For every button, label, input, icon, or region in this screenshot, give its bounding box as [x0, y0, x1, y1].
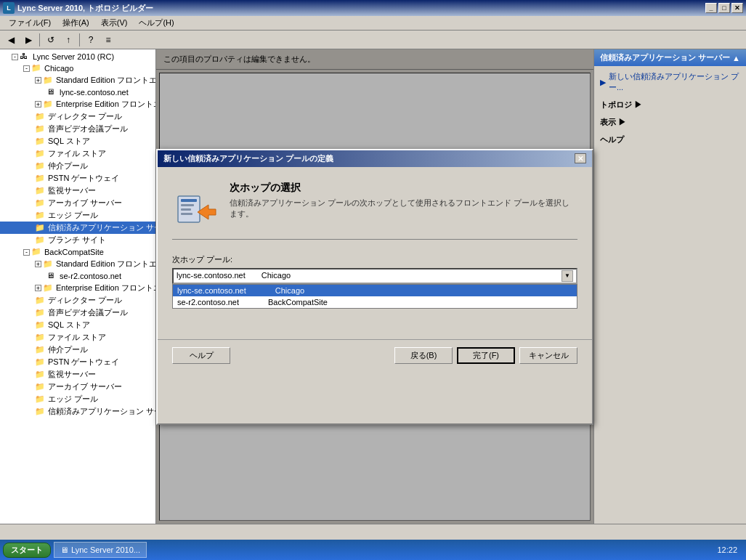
forward-button[interactable]: ▶: [20, 32, 36, 48]
tree-bc-av[interactable]: 📁 音声ビデオ会議プール: [0, 307, 155, 319]
dropdown-container: lync-se.contoso.net Chicago ▼ lync-se.co…: [172, 268, 577, 309]
up-button[interactable]: ↑: [60, 32, 76, 48]
tree-mediation[interactable]: 📁 仲介プール: [0, 160, 155, 172]
expand-bc-ee[interactable]: +: [35, 285, 41, 291]
bc-director-icon: 📁: [35, 296, 46, 306]
svg-rect-1: [181, 199, 197, 202]
menu-view[interactable]: 表示(V): [95, 16, 134, 30]
expand-backcompat[interactable]: -: [23, 249, 30, 256]
tree-av[interactable]: 📁 音声ビデオ会議プール: [0, 123, 155, 135]
action-group-help[interactable]: ヘルプ: [600, 130, 740, 147]
expand-bc-se[interactable]: +: [35, 261, 41, 267]
trusted-icon: 📁: [35, 223, 46, 233]
option-server-0: lync-se.contoso.net: [177, 286, 246, 295]
action-new-trusted[interactable]: ▶ 新しい信頼済みアプリケーション プー...: [600, 69, 740, 95]
tree-bc-se[interactable]: + 📁 Standard Edition フロントエン...: [0, 258, 155, 270]
dropdown-option-0[interactable]: lync-se.contoso.net Chicago: [173, 285, 577, 296]
right-panel: この項目のプロパティは編集できません。 新しい信頼済みアプリケーション プールの…: [156, 49, 593, 524]
finish-button[interactable]: 完了(F): [457, 347, 515, 364]
tree-file[interactable]: 📁 ファイル ストア: [0, 147, 155, 160]
actions-header: 信頼済みアプリケーション サーバー ▲: [594, 49, 746, 66]
tree-bc-edge[interactable]: 📁 エッジ プール: [0, 393, 155, 405]
tree-archive[interactable]: 📁 アーカイブ サーバー: [0, 197, 155, 209]
back-button[interactable]: ◀: [3, 32, 19, 48]
sidebar: - 🖧 Lync Server 2010 (RC) - 📁 Chicago +: [0, 49, 156, 524]
expand-root[interactable]: -: [12, 54, 18, 60]
tree-trusted-app[interactable]: 📁 信頼済みアプリケーション サー...: [0, 222, 155, 234]
menu-file[interactable]: ファイル(F): [3, 16, 57, 30]
nav-buttons: 戻る(B) 完了(F) キャンセル: [394, 347, 577, 364]
close-button[interactable]: ✕: [731, 3, 743, 13]
monitor-label: 監視サーバー: [48, 185, 96, 196]
expand-se-fe[interactable]: +: [35, 77, 41, 84]
start-button[interactable]: スタート: [3, 543, 51, 558]
tree-bc-director[interactable]: 📁 ディレクター プール: [0, 294, 155, 307]
bc-trusted-icon: 📁: [35, 407, 46, 417]
lync-se-label: lync-se.contoso.net: [60, 88, 129, 97]
tree-bc-archive[interactable]: 📁 アーカイブ サーバー: [0, 381, 155, 393]
window-controls: _ □ ✕: [705, 3, 743, 13]
tree-bc-sql[interactable]: 📁 SQL ストア: [0, 319, 155, 331]
sql-icon: 📁: [35, 137, 46, 147]
action-group-topology[interactable]: トポロジ ▶: [600, 95, 740, 113]
bc-ee-icon: 📁: [43, 283, 54, 293]
minimize-button[interactable]: _: [705, 3, 717, 13]
taskbar-lync-item[interactable]: 🖥 Lync Server 2010...: [54, 542, 147, 558]
tree-sql[interactable]: 📁 SQL ストア: [0, 135, 155, 147]
svg-rect-3: [181, 208, 191, 211]
tree-director[interactable]: 📁 ディレクター プール: [0, 110, 155, 123]
tree-monitor[interactable]: 📁 監視サーバー: [0, 184, 155, 197]
file-icon: 📁: [35, 149, 46, 159]
file-label: ファイル ストア: [48, 148, 106, 159]
bc-se-label: Standard Edition フロントエン...: [56, 259, 156, 269]
actions-collapse-icon[interactable]: ▲: [732, 54, 740, 62]
modal-close-button[interactable]: ✕: [575, 153, 586, 163]
dropdown-arrow-icon[interactable]: ▼: [561, 270, 573, 282]
view-arrow: ▶: [618, 118, 626, 126]
properties-button[interactable]: ≡: [100, 32, 116, 48]
menu-help[interactable]: ヘルプ(H): [133, 16, 179, 30]
option-server-1: se-r2.contoso.net: [177, 298, 239, 307]
maximize-button[interactable]: □: [718, 3, 730, 13]
action-group-view[interactable]: 表示 ▶: [600, 113, 740, 130]
tree-bc-pstn[interactable]: 📁 PSTN ゲートウェイ: [0, 356, 155, 368]
back-button[interactable]: 戻る(B): [394, 347, 453, 364]
tree-bc-trusted[interactable]: 📁 信頼済みアプリケーション サー...: [0, 405, 155, 418]
mediation-label: 仲介プール: [48, 161, 88, 171]
tree-edge[interactable]: 📁 エッジ プール: [0, 209, 155, 222]
title-bar: L Lync Server 2010, トポロジ ビルダー _ □ ✕: [0, 0, 746, 16]
tree-bc-monitor[interactable]: 📁 監視サーバー: [0, 368, 155, 381]
help-button[interactable]: ヘルプ: [172, 347, 230, 364]
bc-ee-label: Enterprise Edition フロントエ...: [56, 283, 156, 293]
tree-bc-ee[interactable]: + 📁 Enterprise Edition フロントエ...: [0, 282, 155, 294]
bc-ser2-icon: 🖥: [46, 271, 58, 281]
expand-chicago[interactable]: -: [23, 65, 30, 72]
bc-se-icon: 📁: [43, 259, 54, 269]
tree-root[interactable]: - 🖧 Lync Server 2010 (RC): [0, 51, 155, 62]
window-title: Lync Server 2010, トポロジ ビルダー: [17, 3, 705, 14]
bc-mediation-icon: 📁: [35, 345, 46, 355]
tree-pstn[interactable]: 📁 PSTN ゲートウェイ: [0, 172, 155, 184]
trusted-label: 信頼済みアプリケーション サー...: [48, 222, 156, 233]
tree-backcompat[interactable]: - 📁 BackCompatSite: [0, 246, 155, 258]
dropdown-option-1[interactable]: se-r2.contoso.net BackCompatSite: [173, 296, 577, 308]
expand-ee-fe[interactable]: +: [35, 101, 41, 107]
tree-chicago[interactable]: - 📁 Chicago: [0, 62, 155, 74]
tree-standard-edition-fe[interactable]: + 📁 Standard Edition フロントエンド サーバー: [0, 74, 155, 86]
tree-bc-file[interactable]: 📁 ファイル ストア: [0, 331, 155, 344]
tree-lync-se[interactable]: 🖥 lync-se.contoso.net: [0, 86, 155, 98]
tree-branch[interactable]: 📁 ブランチ サイト: [0, 234, 155, 246]
branch-label: ブランチ サイト: [48, 235, 106, 245]
cancel-button[interactable]: キャンセル: [519, 347, 577, 364]
tree-bc-mediation[interactable]: 📁 仲介プール: [0, 344, 155, 356]
tree-bc-ser2[interactable]: 🖥 se-r2.contoso.net: [0, 270, 155, 282]
dropdown-value[interactable]: lync-se.contoso.net Chicago ▼: [172, 268, 577, 284]
dropdown-display: lync-se.contoso.net Chicago: [177, 270, 561, 281]
menu-action[interactable]: 操作(A): [57, 16, 95, 30]
taskbar-clock: 12:22: [711, 545, 743, 554]
tree-ee-fe[interactable]: + 📁 Enterprise Edition フロントエン...: [0, 98, 155, 110]
refresh-button[interactable]: ↺: [43, 32, 59, 48]
pstn-label: PSTN ゲートウェイ: [48, 173, 119, 184]
help-button[interactable]: ?: [83, 32, 99, 48]
bc-monitor-icon: 📁: [35, 370, 46, 380]
